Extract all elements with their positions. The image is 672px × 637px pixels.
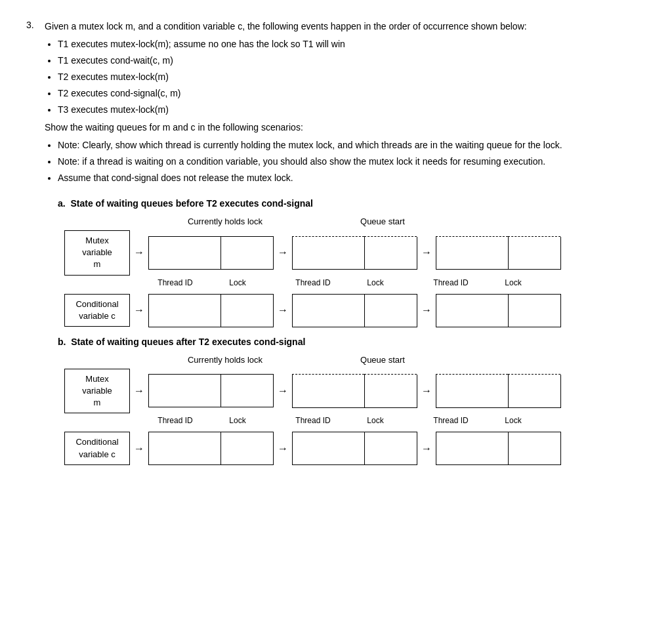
part-b-arrow-5: →: [278, 443, 288, 455]
part-b-mutex-queue: [292, 374, 417, 408]
part-b-arrow-6: →: [421, 443, 432, 455]
part-a-mutex-labels: Thread ID Lock Thread ID Lock Thread ID …: [139, 278, 646, 287]
arrow-1: →: [134, 247, 144, 258]
part-b-mutex-box: Mutex variablem: [64, 369, 130, 414]
part-a-diagram: Currently holds lock Queue start Mutex v…: [64, 216, 646, 327]
question-number: 3.: [26, 20, 39, 465]
question-container: 3. Given a mutex lock m, and a condition…: [26, 20, 646, 465]
part-a-mutex-queue: [292, 236, 417, 270]
part-b-heading: b. State of waiting queues after T2 exec…: [58, 337, 646, 347]
part-b-arrow-2: →: [278, 385, 288, 397]
part-a-cond-box: Conditionalvariable c: [64, 294, 130, 327]
part-b-cond-row: Conditionalvariable c → →: [64, 432, 646, 465]
event-1: T1 executes mutex-lock(m); assume no one…: [58, 37, 646, 51]
part-b-queue-label: Queue start: [317, 355, 448, 365]
part-a-cond-third: [436, 294, 561, 327]
part-a-currently-label: Currently holds lock: [159, 216, 291, 226]
notes-list: Note: Clearly, show which thread is curr…: [45, 138, 646, 185]
note-3: Assume that cond-signal does not release…: [58, 171, 646, 185]
event-4: T2 executes cond-signal(c, m): [58, 87, 646, 100]
note-1: Note: Clearly, show which thread is curr…: [58, 138, 646, 152]
arrow-5: →: [278, 304, 288, 316]
part-b-cond-queue: [292, 432, 417, 465]
show-instruction: Show the waiting queues for m and c in t…: [45, 121, 646, 134]
part-b-arrow-1: →: [134, 385, 144, 397]
events-list: T1 executes mutex-lock(m); assume no one…: [45, 37, 646, 117]
arrow-3: →: [421, 247, 432, 258]
part-b-arrow-3: →: [421, 385, 432, 397]
part-b-arrow-4: →: [134, 443, 144, 455]
part-b-currently-label: Currently holds lock: [159, 355, 291, 365]
question-intro: Given a mutex lock m, and a condition va…: [45, 20, 646, 33]
event-3: T2 executes mutex-lock(m): [58, 70, 646, 84]
arrow-4: →: [134, 304, 144, 316]
event-5: T3 executes mutex-lock(m): [58, 103, 646, 117]
part-a-section: a. State of waiting queues before T2 exe…: [58, 198, 646, 327]
part-a-mutex-currently: [148, 236, 274, 270]
part-a-cond-queue: [292, 294, 417, 327]
part-b-diagram: Currently holds lock Queue start Mutex v…: [64, 355, 646, 466]
part-b-mutex-currently: [148, 374, 274, 407]
part-b-mutex-labels: Thread ID Lock Thread ID Lock Thread ID …: [139, 416, 646, 425]
arrow-6: →: [421, 304, 432, 316]
part-a-cond-currently: [148, 294, 274, 327]
part-a-queue-label: Queue start: [317, 216, 448, 226]
part-a-mutex-box: Mutex variablem: [64, 230, 130, 276]
part-b-cond-third: [436, 432, 561, 465]
part-a-mutex-row: Mutex variablem → →: [64, 230, 646, 276]
event-2: T1 executes cond-wait(c, m): [58, 54, 646, 68]
part-a-cond-row: Conditionalvariable c → →: [64, 294, 646, 327]
part-b-mutex-row: Mutex variablem → →: [64, 369, 646, 414]
part-b-section: b. State of waiting queues after T2 exec…: [58, 337, 646, 466]
part-a-mutex-third: [436, 236, 561, 270]
part-b-mutex-third: [436, 374, 561, 408]
part-b-cond-box: Conditionalvariable c: [64, 432, 130, 464]
part-a-heading: a. State of waiting queues before T2 exe…: [58, 198, 646, 209]
note-2: Note: if a thread is waiting on a condit…: [58, 155, 646, 169]
part-b-cond-currently: [148, 432, 274, 465]
arrow-2: →: [278, 247, 288, 258]
